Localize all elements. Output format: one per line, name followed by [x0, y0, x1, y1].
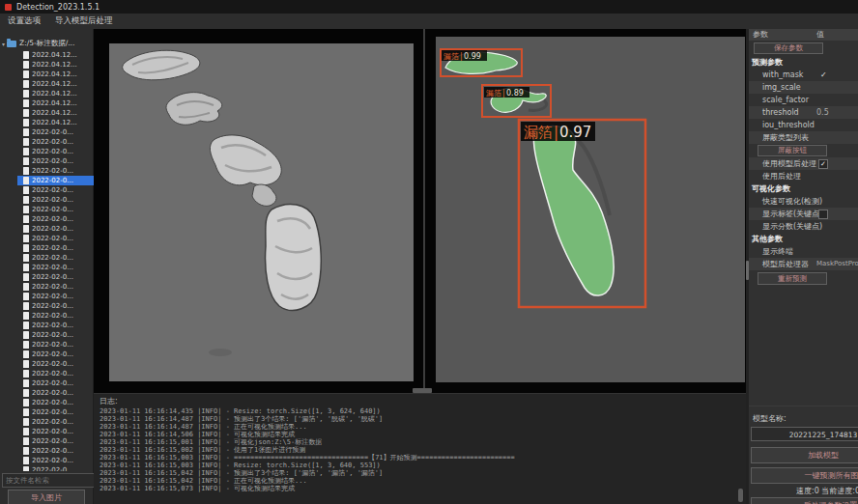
import-images-button[interactable]: 导入图片 — [8, 490, 85, 504]
tree-item[interactable]: 2022-02-0... — [17, 301, 94, 311]
log-line: 2023-01-11 16:16:15,042 |INFO| - 预测出了3个结… — [100, 469, 742, 477]
tree-item[interactable]: 2022.04.12... — [17, 118, 94, 127]
file-icon — [23, 215, 29, 223]
tree-item[interactable]: 2022-02-0... — [17, 282, 94, 292]
param-name: 显示标签(关键点) — [762, 208, 822, 220]
file-icon — [23, 109, 29, 117]
with-mask-check[interactable]: ✓ — [820, 69, 827, 81]
detection-class: 漏箔 — [486, 89, 501, 98]
filename-search-input[interactable] — [2, 473, 97, 488]
tree-item[interactable]: 2022-02-0... — [17, 137, 94, 147]
tree-item-label: 2022-02-0... — [32, 148, 73, 155]
tree-item[interactable]: 2022-02-0... — [17, 330, 94, 340]
tree-item[interactable]: 2022-02-0... — [17, 340, 94, 350]
tree-item[interactable]: 2022-02-0... — [17, 407, 94, 417]
tree-root-folder[interactable]: ▾ Z:/5-标注数据/... — [2, 38, 94, 49]
threshold-value[interactable]: 0.5 — [816, 106, 829, 119]
tree-item-label: 2022-02-0... — [32, 167, 73, 175]
menu-item[interactable]: 设置选项 — [8, 15, 41, 27]
model-postprocessor-value[interactable]: MaskPostPro — [816, 258, 858, 270]
tree-item[interactable]: 2022-02-0... — [17, 263, 94, 272]
tree-item[interactable]: 2022-02-0... — [17, 311, 94, 321]
param-name: threshold — [762, 106, 799, 119]
tree-item[interactable]: 2022.04.12... — [17, 70, 94, 79]
tree-item[interactable]: 2022-02-0... — [17, 205, 94, 214]
log-line: 2023-01-11 16:16:14,487 |INFO| - 预测出了3个结… — [100, 415, 742, 423]
tree-item[interactable]: 2022-02-0 — [17, 465, 94, 471]
tree-item[interactable]: 2022.04.12... — [17, 50, 94, 60]
file-icon — [23, 90, 29, 98]
param-row-img-scale: img_scale — [749, 81, 858, 94]
menu-item[interactable]: 导入模型后处理 — [55, 15, 113, 27]
tree-item[interactable]: 2022-02-0... — [17, 456, 94, 465]
tree-item[interactable]: 2022.04.12... — [17, 89, 94, 98]
load-model-button[interactable]: 加载模型 — [751, 447, 858, 463]
file-icon — [23, 312, 29, 320]
show-label-checkbox[interactable] — [818, 210, 828, 219]
file-icon — [23, 447, 29, 455]
label-separator: | — [554, 124, 558, 141]
tree-item[interactable]: 2022-02-0... — [17, 224, 94, 234]
log-scrollbar-thumb[interactable] — [738, 489, 743, 502]
tree-item[interactable]: 2022.04.12... — [17, 98, 94, 108]
model-name-field[interactable]: 20221225_174813 — [751, 427, 858, 441]
tree-item-label: 2022-02-0... — [32, 437, 73, 445]
tree-item[interactable]: 2022-02-0... — [17, 359, 94, 369]
tree-item[interactable]: 2022-02-0... — [17, 378, 94, 388]
tree-item[interactable]: 2022-02-0... — [17, 272, 94, 282]
tree-item[interactable]: 2022-02-0... — [17, 369, 94, 378]
file-icon — [23, 322, 29, 329]
predict-all-button[interactable]: 一键预测所有图片 — [751, 467, 858, 484]
tree-item[interactable]: 2022-02-0... — [17, 127, 94, 137]
log-line: 2023-01-11 16:16:14,506 |INFO| - 可视化预测结果… — [100, 431, 742, 438]
tree-item-label: 2022.04.12... — [32, 119, 77, 126]
tree-item[interactable]: 2022-02-0... — [17, 398, 94, 407]
panel-divider — [423, 29, 425, 389]
param-name: 使用后处理 — [762, 170, 801, 182]
tree-item[interactable]: 2022-02-0... — [17, 427, 94, 436]
tree-item[interactable]: 2022-02-0... — [17, 292, 94, 301]
tree-item[interactable]: 2022-02-0... — [17, 176, 94, 185]
tree-item[interactable]: 2022.04.12... — [17, 79, 94, 89]
tree-item-label: 2022-02-0... — [32, 283, 73, 291]
mask-button[interactable]: 屏蔽按钮 — [758, 145, 827, 156]
progress-status: 速度:0 当前进度:0 — [751, 486, 858, 495]
tree-item[interactable]: 2022-02-0... — [17, 185, 94, 195]
use-model-post-checkbox[interactable]: ✓ — [818, 159, 828, 169]
tree-item[interactable]: 2022-02-0... — [17, 147, 94, 156]
repredict-button[interactable]: 重新预测 — [758, 272, 827, 285]
tree-item[interactable]: 2022-02-0... — [17, 436, 94, 446]
tree-item[interactable]: 2022-02-0... — [17, 321, 94, 330]
expander-icon[interactable]: ▾ — [2, 41, 5, 47]
prediction-image-panel: 漏箔 | 0.99 漏箔 | 0.89 漏箔 | 0.97 — [436, 37, 745, 382]
file-icon — [23, 138, 29, 146]
section-predict-params: 预测参数 — [749, 56, 858, 69]
save-params-button[interactable]: 保存参数 — [754, 42, 823, 54]
tree-item[interactable]: 2022-02-0... — [17, 388, 94, 398]
tree-item[interactable]: 2022-02-0... — [17, 417, 94, 427]
file-icon — [23, 264, 29, 271]
tree-item-label: 2022-02-0... — [32, 312, 73, 320]
tree-item-label: 2022-02-0... — [32, 428, 73, 435]
tree-item-label: 2022-02-0... — [32, 215, 73, 223]
tree-item[interactable]: 2022-02-0... — [17, 195, 94, 205]
tree-item-label: 2022-02-0... — [32, 186, 73, 194]
tree-item[interactable]: 2022-02-0... — [17, 166, 94, 176]
param-row-threshold: threshold 0.5 — [749, 106, 858, 119]
file-icon — [23, 61, 29, 69]
window-title: Detection_2023.1.5.1 — [16, 3, 100, 12]
tree-item[interactable]: 2022.04.12... — [17, 108, 94, 118]
tree-item[interactable]: 2022-02-0... — [17, 446, 94, 456]
tree-item[interactable]: 2022-02-0... — [17, 243, 94, 253]
postprocess-settings-button[interactable]: 后处理参数设置 — [751, 497, 858, 504]
tree-item-label: 2022-02-0... — [32, 360, 73, 368]
tree-item[interactable]: 2022-02-0... — [17, 350, 94, 359]
tree-item[interactable]: 2022-02-0... — [17, 214, 94, 224]
file-icon — [23, 457, 29, 464]
tree-item[interactable]: 2022-02-0... — [17, 156, 94, 166]
tree-item-label: 2022-02-0... — [32, 302, 73, 310]
tree-item[interactable]: 2022-02-0... — [17, 253, 94, 263]
tree-item[interactable]: 2022-02-0... — [17, 234, 94, 243]
tree-item-label: 2022-02-0... — [32, 138, 73, 146]
tree-item[interactable]: 2022.04.12... — [17, 60, 94, 70]
